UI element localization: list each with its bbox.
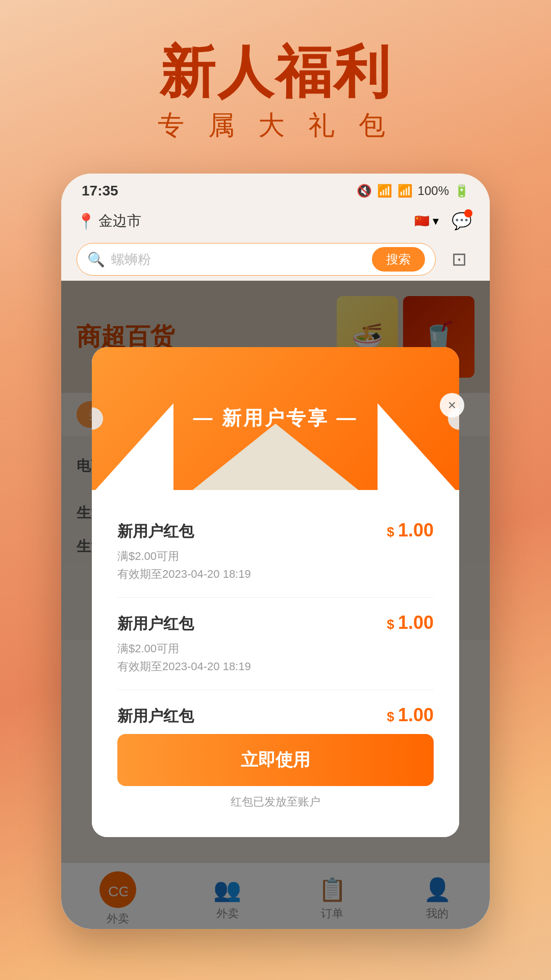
phone-mockup: 17:35 🔇 📶 📶 100% 🔋 📍 金边市 🇨🇳 ▾ 💬: [61, 174, 490, 929]
coupon-item-3: 新用户红包 $ 1.00: [117, 690, 434, 729]
message-button[interactable]: 💬: [449, 208, 474, 234]
wifi-icon: 📶: [377, 184, 392, 198]
location-area[interactable]: 📍 金边市: [77, 211, 141, 231]
coupon-2-condition: 满$2.00可用: [117, 640, 434, 657]
envelope-left: [92, 403, 173, 490]
coupon-3-name: 新用户红包: [117, 706, 194, 727]
hero-title: 新人福利: [0, 41, 551, 103]
search-box[interactable]: 🔍 螺蛳粉 搜索: [77, 243, 436, 276]
coupon-body: 新用户红包 $ 1.00 满$2.00可用 有效期至2023-04-20 18:…: [92, 490, 459, 838]
coupon-1-name: 新用户红包: [117, 521, 194, 542]
coupon-3-top: 新用户红包 $ 1.00: [117, 704, 434, 727]
coupon-3-amount: $ 1.00: [387, 704, 434, 726]
coupon-3-currency: $: [387, 709, 398, 724]
coupon-1-expiry: 有效期至2023-04-20 18:19: [117, 565, 434, 583]
search-area: 🔍 螺蛳粉 搜索 ⊡: [61, 238, 490, 281]
search-icon: 🔍: [87, 251, 105, 268]
message-badge: [464, 209, 472, 217]
hero-section: 新人福利 专 属 大 礼 包: [0, 0, 551, 143]
status-time: 17:35: [82, 183, 118, 199]
coupon-header-title: — 新用户专享 —: [193, 405, 358, 431]
scan-button[interactable]: ⊡: [444, 244, 474, 275]
app-content: 商超百货 🍜 🥤 美食 奶茶 电商 生活 生活: [61, 281, 490, 929]
status-bar: 17:35 🔇 📶 📶 100% 🔋: [61, 174, 490, 204]
coupon-2-name: 新用户红包: [117, 614, 194, 634]
status-icons: 🔇 📶 📶 100% 🔋: [357, 184, 469, 198]
battery-label: 100%: [418, 184, 449, 198]
coupon-header: — 新用户专享 —: [92, 347, 459, 490]
coupon-1-currency: $: [387, 524, 398, 540]
coupon-1-amount: $ 1.00: [387, 520, 434, 541]
coupon-item-1: 新用户红包 $ 1.00 满$2.00可用 有效期至2023-04-20 18:…: [117, 505, 434, 598]
envelope-center: [173, 424, 378, 490]
overlay-close-button[interactable]: ×: [440, 393, 464, 418]
flag-icon: 🇨🇳: [414, 214, 430, 228]
coupon-2-currency: $: [387, 617, 398, 632]
use-note: 红包已发放至账户: [117, 794, 434, 810]
coupon-1-top: 新用户红包 $ 1.00: [117, 520, 434, 542]
nav-right: 🇨🇳 ▾ 💬: [414, 208, 474, 234]
battery-icon: 🔋: [454, 184, 469, 198]
location-label: 金边市: [98, 211, 141, 231]
coupon-2-expiry: 有效期至2023-04-20 18:19: [117, 657, 434, 675]
mute-icon: 🔇: [357, 184, 372, 198]
location-pin-icon: 📍: [77, 212, 95, 230]
signal-icon: 📶: [397, 184, 413, 198]
coupon-2-desc: 满$2.00可用 有效期至2023-04-20 18:19: [117, 640, 434, 675]
search-placeholder: 螺蛳粉: [111, 251, 366, 268]
coupon-2-top: 新用户红包 $ 1.00: [117, 612, 434, 634]
coupon-modal: — 新用户专享 — 新用户红包: [92, 347, 459, 838]
hero-subtitle: 专 属 大 礼 包: [0, 108, 551, 143]
country-flag-button[interactable]: 🇨🇳 ▾: [414, 214, 439, 228]
scan-icon-glyph: ⊡: [452, 249, 467, 270]
top-nav: 📍 金边市 🇨🇳 ▾ 💬: [61, 204, 490, 238]
use-now-button[interactable]: 立即使用: [117, 734, 434, 786]
coupon-2-amount: $ 1.00: [387, 612, 434, 633]
chevron-down-icon: ▾: [433, 214, 439, 228]
search-button[interactable]: 搜索: [372, 247, 425, 272]
coupon-1-condition: 满$2.00可用: [117, 547, 434, 565]
coupon-item-2: 新用户红包 $ 1.00 满$2.00可用 有效期至2023-04-20 18:…: [117, 598, 434, 690]
coupon-1-desc: 满$2.00可用 有效期至2023-04-20 18:19: [117, 547, 434, 583]
modal-overlay[interactable]: × — 新用户专享 —: [61, 281, 490, 929]
